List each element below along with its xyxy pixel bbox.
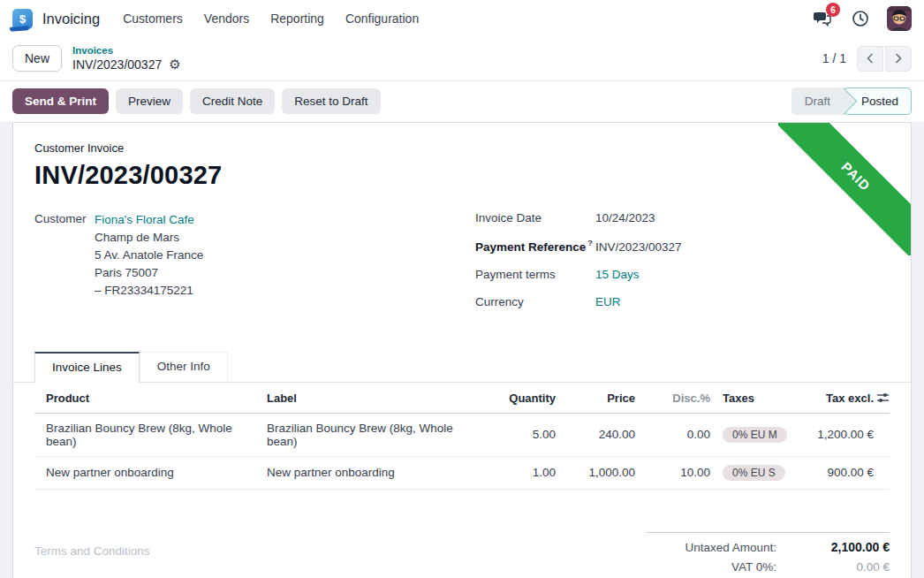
record-pager: 1 / 1 (822, 46, 912, 72)
systray: 6 (811, 6, 912, 31)
line-quantity-cell[interactable]: 5.00 (487, 420, 556, 449)
pager-previous-button[interactable] (857, 46, 883, 72)
line-taxes-cell[interactable]: 0% EU S (710, 457, 807, 489)
app-logo-icon[interactable]: $ (12, 9, 33, 29)
top-navbar: $ Invoicing Customers Vendors Reporting … (0, 0, 924, 37)
address-line: – FR23334175221 (95, 282, 203, 300)
status-widget: Draft Posted (791, 87, 912, 115)
tax-tag: 0% EU S (723, 465, 785, 481)
chevron-right-icon (894, 53, 903, 64)
nav-menu-customers[interactable]: Customers (121, 8, 185, 29)
column-header-discount: Disc.% (635, 383, 710, 413)
currency-value[interactable]: EUR (595, 295, 621, 308)
customer-field-label: Customer (34, 211, 95, 323)
control-panel: New Invoices INV/2023/00327 ⚙ 1 / 1 (0, 37, 924, 81)
line-taxes-cell[interactable]: 0% EU M (710, 419, 807, 451)
invoice-date-value[interactable]: 10/24/2023 (595, 211, 655, 224)
app-name[interactable]: Invoicing (42, 11, 100, 27)
nav-menu-vendors[interactable]: Vendors (202, 8, 251, 29)
line-label-cell[interactable]: New partner onboarding (255, 458, 487, 487)
document-type-label: Customer Invoice (34, 141, 890, 155)
address-line: Paris 75007 (95, 264, 203, 282)
line-price-cell[interactable]: 240.00 (556, 420, 635, 449)
table-row: Brazilian Bouncy Brew (8kg, Whole bean) … (34, 414, 890, 457)
line-label-cell[interactable]: Brazilian Bouncy Brew (8kg, Whole bean) (255, 414, 487, 456)
pager-counter: 1 / 1 (822, 51, 846, 65)
credit-note-button[interactable]: Credit Note (190, 88, 275, 114)
tab-other-info[interactable]: Other Info (140, 352, 228, 383)
payment-terms-value[interactable]: 15 Days (595, 268, 640, 281)
messages-icon[interactable]: 6 (811, 8, 834, 29)
invoice-number-title: INV/2023/00327 (34, 161, 890, 190)
reset-to-draft-button[interactable]: Reset to Draft (282, 88, 380, 114)
address-line: Champ de Mars (95, 229, 203, 247)
activities-clock-icon[interactable] (849, 8, 872, 29)
invoice-fields: Customer Fiona's Floral Cafe Champ de Ma… (34, 211, 890, 323)
terms-placeholder[interactable]: Terms and Conditions (34, 532, 150, 578)
status-posted[interactable]: Posted (844, 87, 912, 115)
column-header-subtotal: Tax excl. (807, 383, 874, 413)
nav-menu-reporting[interactable]: Reporting (269, 8, 326, 29)
column-header-product: Product (34, 383, 255, 413)
gear-icon[interactable]: ⚙ (169, 57, 180, 71)
line-price-cell[interactable]: 1,000.00 (556, 458, 635, 487)
totals-block: Untaxed Amount: 2,100.00 € VAT 0%: 0.00 … (646, 532, 890, 578)
send-print-button[interactable]: Send & Print (12, 88, 109, 114)
line-product-link[interactable]: New partner onboarding (34, 458, 255, 487)
vat-label: VAT 0%: (731, 560, 776, 574)
address-line: 5 Av. Anatole France (95, 247, 203, 264)
vat-value: 0.00 € (776, 560, 890, 574)
form-statusbar: Send & Print Preview Credit Note Reset t… (0, 81, 924, 122)
column-header-label: Label (255, 383, 487, 413)
tab-invoice-lines[interactable]: Invoice Lines (34, 352, 140, 383)
preview-button[interactable]: Preview (116, 88, 183, 114)
line-discount-cell[interactable]: 10.00 (635, 458, 710, 487)
line-subtotal-cell: 1,200.00 € (807, 420, 874, 449)
nav-menus: Customers Vendors Reporting Configuratio… (121, 8, 420, 29)
notebook-tabs: Invoice Lines Other Info (13, 351, 911, 383)
form-view-background: PAID Customer Invoice INV/2023/00327 Cus… (0, 122, 924, 578)
sliders-icon (876, 392, 890, 404)
optional-columns-icon[interactable] (874, 383, 890, 412)
untaxed-amount-label: Untaxed Amount: (685, 541, 776, 554)
pager-next-button[interactable] (885, 46, 912, 72)
currency-label: Currency (475, 295, 595, 308)
invoice-date-label: Invoice Date (475, 211, 595, 224)
customer-name-link[interactable]: Fiona's Floral Cafe (95, 211, 203, 229)
app-logo-glyph: $ (19, 12, 26, 26)
line-subtotal-cell: 900.00 € (807, 458, 874, 487)
column-header-price: Price (556, 383, 635, 413)
breadcrumb-current-record: INV/2023/00327 (72, 57, 162, 72)
table-header-row: Product Label Quantity Price Disc.% Taxe… (34, 383, 890, 414)
avatar-image (887, 6, 912, 31)
status-posted-label: Posted (861, 95, 898, 108)
line-product-link[interactable]: Brazilian Bouncy Brew (8kg, Whole bean) (34, 414, 255, 456)
payment-reference-value[interactable]: INV/2023/00327 (595, 240, 682, 254)
payment-terms-label: Payment terms (475, 268, 595, 281)
line-discount-cell[interactable]: 0.00 (635, 420, 710, 449)
breadcrumb: Invoices INV/2023/00327 ⚙ (72, 45, 181, 71)
nav-menu-configuration[interactable]: Configuration (344, 8, 420, 29)
clock-icon (852, 10, 869, 27)
new-button[interactable]: New (12, 45, 62, 72)
untaxed-amount-value: 2,100.00 € (776, 540, 890, 554)
chevron-left-icon (866, 53, 875, 64)
line-quantity-cell[interactable]: 1.00 (487, 458, 556, 487)
column-header-taxes: Taxes (710, 383, 807, 413)
invoice-sheet: PAID Customer Invoice INV/2023/00327 Cus… (12, 122, 912, 578)
status-arrow-shape (831, 88, 858, 115)
payment-reference-label: Payment Reference? (475, 239, 595, 254)
messages-count-badge: 6 (826, 3, 840, 17)
column-header-quantity: Quantity (487, 383, 556, 413)
breadcrumb-invoices-link[interactable]: Invoices (72, 45, 181, 57)
table-row: New partner onboarding New partner onboa… (34, 457, 890, 490)
user-avatar[interactable] (887, 6, 912, 31)
sheet-footer: Terms and Conditions Untaxed Amount: 2,1… (13, 532, 911, 578)
customer-address: Champ de Mars 5 Av. Anatole France Paris… (95, 229, 203, 300)
help-icon: ? (587, 239, 593, 247)
tax-tag: 0% EU M (723, 427, 787, 443)
invoice-lines-table: Product Label Quantity Price Disc.% Taxe… (13, 383, 911, 490)
